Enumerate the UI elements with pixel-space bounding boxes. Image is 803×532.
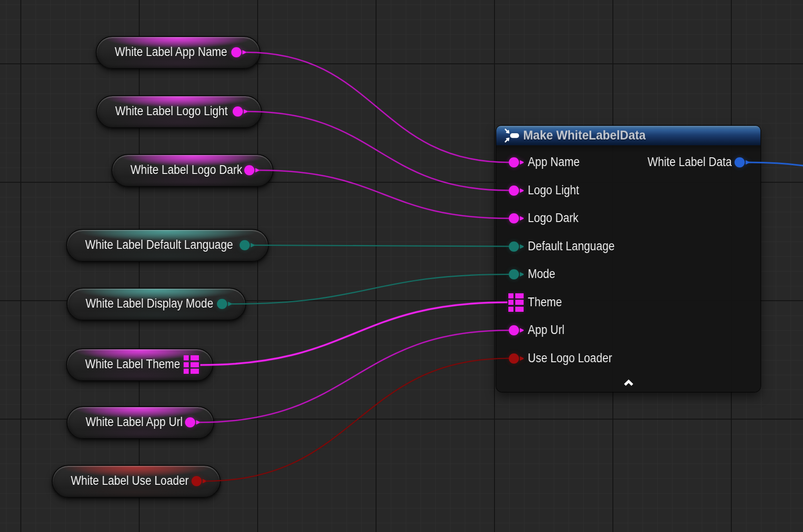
input-pin-label: Default Language (528, 240, 615, 253)
pin-circle[interactable] (509, 213, 525, 223)
variable-node-label: White Label App Name (115, 46, 227, 58)
pin-circle[interactable] (191, 476, 207, 486)
input-pin-label: Logo Dark (528, 212, 579, 224)
variable-node-label: White Label Use Loader (71, 475, 189, 487)
input-row-default-language[interactable]: Default Language (496, 241, 760, 252)
input-row-use-logo-loader[interactable]: Use Logo Loader (496, 353, 760, 364)
pin-circle[interactable] (233, 106, 248, 117)
variable-node-label: White Label Logo Dark (130, 164, 242, 176)
variable-node-white-label-logo-light[interactable]: White Label Logo Light (96, 95, 262, 128)
input-row-theme[interactable]: Theme (496, 297, 760, 308)
make-struct-icon (503, 127, 522, 144)
output-row-white-label-data[interactable]: White Label Data (496, 157, 760, 168)
variable-node-label: White Label App Url (86, 416, 183, 428)
pin-circle[interactable] (509, 325, 525, 335)
pin-circle[interactable] (217, 299, 233, 309)
input-row-logo-light[interactable]: Logo Light (496, 185, 760, 196)
input-pin-label: App Url (528, 324, 564, 336)
input-pin-label: Logo Light (528, 184, 579, 197)
input-pin-label: Theme (528, 296, 562, 309)
node-header[interactable]: Make WhiteLabelData (496, 126, 760, 145)
variable-node-white-label-display-mode[interactable]: White Label Display Mode (67, 288, 246, 321)
variable-node-white-label-theme[interactable]: White Label Theme (66, 348, 213, 381)
pin-circle[interactable] (509, 241, 525, 252)
variable-node-white-label-app-name[interactable]: White Label App Name (96, 36, 260, 69)
pin-map-grid[interactable] (184, 355, 199, 374)
input-pin-label: Use Logo Loader (528, 352, 612, 365)
pin-circle[interactable] (735, 157, 750, 167)
node-title: Make WhiteLabelData (523, 129, 646, 142)
variable-node-label: White Label Display Mode (86, 297, 213, 310)
variable-node-white-label-use-loader[interactable]: White Label Use Loader (52, 465, 221, 498)
pin-circle[interactable] (509, 353, 525, 364)
pin-circle[interactable] (231, 47, 247, 57)
output-pin-label: White Label Data (648, 156, 732, 168)
pin-circle[interactable] (244, 165, 260, 175)
pin-circle[interactable] (185, 417, 201, 427)
collapse-chevron-button[interactable] (624, 379, 634, 386)
make-whitelabeldata-node[interactable]: Make WhiteLabelData App Name Logo Light … (496, 126, 760, 392)
pin-circle[interactable] (240, 240, 255, 250)
input-row-logo-dark[interactable]: Logo Dark (496, 213, 760, 224)
variable-node-white-label-app-url[interactable]: White Label App Url (67, 406, 214, 439)
input-row-app-url[interactable]: App Url (496, 325, 760, 336)
pin-circle[interactable] (509, 186, 525, 196)
pin-circle[interactable] (509, 269, 525, 279)
variable-node-label: White Label Theme (85, 358, 180, 371)
input-pin-label: Mode (528, 268, 555, 280)
input-row-mode[interactable]: Mode (496, 269, 760, 280)
variable-node-label: White Label Logo Light (115, 105, 228, 118)
variable-node-white-label-logo-dark[interactable]: White Label Logo Dark (111, 154, 273, 187)
pin-map-grid[interactable] (508, 293, 524, 312)
variable-node-label: White Label Default Language (85, 239, 233, 251)
variable-node-white-label-default-language[interactable]: White Label Default Language (66, 229, 269, 262)
